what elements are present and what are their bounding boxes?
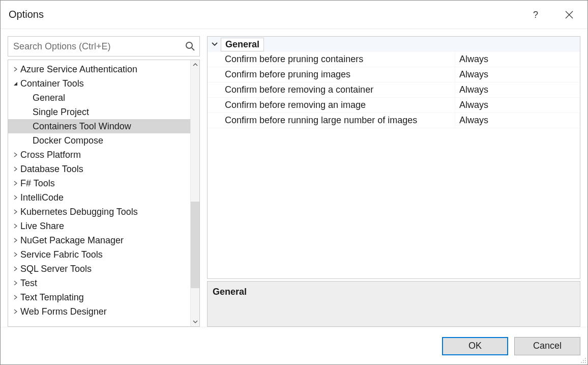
tree-item-label: Containers Tool Window: [33, 121, 131, 132]
scroll-up-icon[interactable]: [191, 60, 199, 69]
property-label: Confirm before pruning images: [225, 69, 455, 80]
property-description-title: General: [213, 287, 575, 297]
property-value[interactable]: Always: [455, 82, 580, 97]
property-category-row[interactable]: General: [208, 37, 580, 52]
tree-item-label: SQL Server Tools: [20, 264, 92, 274]
property-rows: Confirm before pruning containersAlwaysC…: [208, 52, 580, 128]
svg-point-11: [585, 362, 586, 363]
property-value[interactable]: Always: [455, 67, 580, 82]
expander-closed-icon[interactable]: [11, 266, 19, 271]
tree-item[interactable]: Azure Service Authentication: [8, 62, 190, 76]
expander-closed-icon[interactable]: [11, 195, 19, 200]
property-label: Confirm before removing a container: [225, 85, 455, 95]
tree-item-label: Container Tools: [20, 78, 84, 89]
svg-point-6: [585, 358, 586, 359]
property-grid: General Confirm before pruning container…: [207, 36, 580, 279]
search-icon[interactable]: [185, 41, 195, 51]
property-label: Confirm before running large number of i…: [225, 115, 455, 126]
cancel-button[interactable]: Cancel: [514, 337, 580, 355]
svg-point-3: [186, 42, 192, 48]
property-label: Confirm before removing an image: [225, 100, 455, 110]
svg-point-7: [583, 360, 584, 361]
property-value[interactable]: Always: [455, 98, 580, 113]
tree-item-label: Azure Service Authentication: [20, 64, 137, 75]
tree-item[interactable]: IntelliCode: [8, 190, 190, 205]
svg-point-10: [583, 362, 584, 363]
tree-item-label: Database Tools: [20, 164, 83, 175]
tree-items: Azure Service AuthenticationContainer To…: [8, 60, 190, 326]
tree-item-label: Live Share: [20, 221, 64, 232]
property-description-box: General: [207, 281, 580, 327]
property-value[interactable]: Always: [455, 113, 580, 128]
property-row[interactable]: Confirm before pruning imagesAlways: [208, 67, 580, 82]
expander-closed-icon[interactable]: [11, 166, 19, 172]
tree-item[interactable]: Cross Platform: [8, 148, 190, 162]
tree-item-label: Web Forms Designer: [20, 306, 107, 317]
property-row[interactable]: Confirm before removing an imageAlways: [208, 98, 580, 113]
property-category-label-box: General: [221, 38, 264, 51]
tree-item[interactable]: Test: [8, 276, 190, 290]
ok-button[interactable]: OK: [442, 337, 508, 355]
cancel-button-label: Cancel: [533, 341, 562, 351]
property-row[interactable]: Confirm before running large number of i…: [208, 113, 580, 128]
property-label: Confirm before pruning containers: [225, 54, 455, 65]
tree-item-label: IntelliCode: [20, 192, 64, 203]
tree-item-label: Kubernetes Debugging Tools: [20, 207, 138, 217]
property-category-label: General: [225, 39, 259, 49]
tree-item-label: Single Project: [33, 107, 89, 118]
expander-closed-icon[interactable]: [11, 152, 19, 157]
svg-line-4: [192, 48, 194, 50]
titlebar: Options ?: [1, 1, 587, 29]
tree-item-label: Service Fabric Tools: [20, 249, 103, 260]
expander-open-icon[interactable]: [11, 81, 19, 86]
expander-closed-icon[interactable]: [11, 181, 19, 186]
svg-point-8: [585, 360, 586, 361]
tree-item[interactable]: NuGet Package Manager: [8, 233, 190, 247]
chevron-down-icon[interactable]: [212, 42, 221, 46]
options-tree: Azure Service AuthenticationContainer To…: [8, 60, 200, 327]
tree-item[interactable]: F# Tools: [8, 176, 190, 190]
svg-marker-5: [14, 82, 17, 86]
scroll-down-icon[interactable]: [191, 317, 199, 326]
tree-item[interactable]: SQL Server Tools: [8, 262, 190, 276]
tree-item-label: F# Tools: [20, 178, 55, 189]
tree-item-label: Test: [20, 278, 37, 289]
tree-item[interactable]: Docker Compose: [8, 133, 190, 148]
tree-item-label: Cross Platform: [20, 150, 81, 160]
expander-closed-icon[interactable]: [11, 238, 19, 243]
property-row[interactable]: Confirm before pruning containersAlways: [208, 52, 580, 67]
search-input[interactable]: [12, 41, 185, 52]
tree-item[interactable]: General: [8, 91, 190, 105]
titlebar-buttons: ?: [531, 9, 575, 21]
dialog-body: Azure Service AuthenticationContainer To…: [1, 29, 587, 327]
close-button[interactable]: [563, 9, 575, 21]
options-dialog: Options ? Azure Service AuthenticationCo…: [0, 0, 588, 365]
tree-item[interactable]: Containers Tool Window: [8, 119, 190, 133]
tree-item-label: General: [33, 93, 65, 103]
tree-item[interactable]: Database Tools: [8, 162, 190, 176]
expander-closed-icon[interactable]: [11, 209, 19, 214]
tree-item[interactable]: Web Forms Designer: [8, 304, 190, 319]
expander-closed-icon[interactable]: [11, 309, 19, 314]
svg-text:?: ?: [533, 10, 538, 20]
tree-item[interactable]: Kubernetes Debugging Tools: [8, 205, 190, 219]
search-box[interactable]: [8, 36, 200, 57]
scroll-track[interactable]: [191, 69, 199, 317]
expander-closed-icon[interactable]: [11, 67, 19, 72]
expander-closed-icon[interactable]: [11, 223, 19, 229]
property-value[interactable]: Always: [455, 52, 580, 67]
tree-scrollbar[interactable]: [190, 60, 199, 326]
expander-closed-icon[interactable]: [11, 280, 19, 286]
tree-item[interactable]: Container Tools: [8, 76, 190, 91]
property-row[interactable]: Confirm before removing a containerAlway…: [208, 82, 580, 98]
tree-item[interactable]: Service Fabric Tools: [8, 247, 190, 262]
expander-closed-icon[interactable]: [11, 295, 19, 300]
scroll-thumb[interactable]: [191, 202, 199, 288]
tree-item[interactable]: Live Share: [8, 219, 190, 233]
expander-closed-icon[interactable]: [11, 252, 19, 257]
ok-button-label: OK: [468, 341, 482, 351]
resize-grip-icon[interactable]: [579, 356, 586, 363]
tree-item[interactable]: Text Templating: [8, 290, 190, 304]
tree-item[interactable]: Single Project: [8, 105, 190, 119]
help-button[interactable]: ?: [531, 9, 543, 21]
